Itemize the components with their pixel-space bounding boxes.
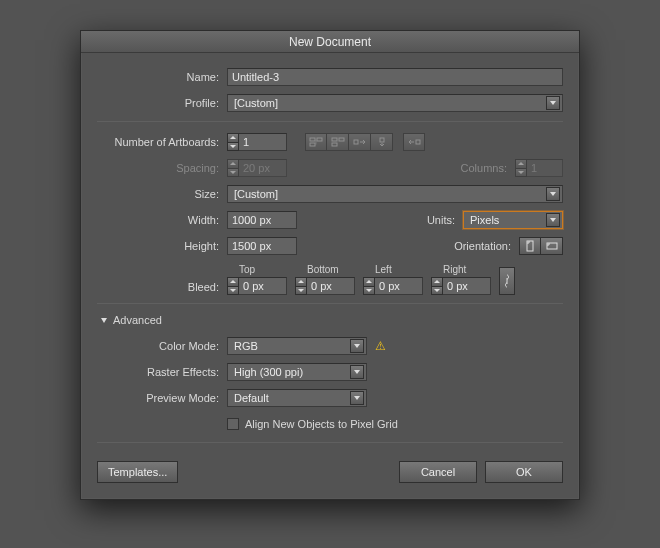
stepper-up-icon[interactable]: [227, 277, 239, 286]
stepper-up-icon[interactable]: [227, 133, 239, 142]
raster-select[interactable]: High (300 ppi): [227, 363, 367, 381]
columns-input: [527, 159, 563, 177]
profile-value: [Custom]: [234, 97, 278, 109]
color-mode-value: RGB: [234, 340, 258, 352]
size-label: Size:: [97, 188, 227, 200]
chevron-down-icon: [546, 213, 560, 227]
ok-button[interactable]: OK: [485, 461, 563, 483]
stepper-up-icon[interactable]: [295, 277, 307, 286]
new-document-dialog: New Document Name: Profile: [Custom] Num…: [80, 30, 580, 500]
chevron-down-icon: [546, 96, 560, 110]
svg-rect-3: [332, 138, 337, 141]
align-pixel-grid-checkbox[interactable]: Align New Objects to Pixel Grid: [227, 418, 398, 430]
stepper-down-icon[interactable]: [295, 286, 307, 296]
link-bleed-button[interactable]: [499, 267, 515, 295]
svg-rect-5: [339, 138, 344, 141]
arrange-down-icon[interactable]: [371, 133, 393, 151]
stepper-down-icon[interactable]: [431, 286, 443, 296]
stepper-up-icon: [515, 159, 527, 168]
dialog-title: New Document: [81, 31, 579, 53]
landscape-icon[interactable]: [541, 237, 563, 255]
cancel-button[interactable]: Cancel: [399, 461, 477, 483]
bleed-label: Bleed:: [97, 281, 227, 293]
artboards-label: Number of Artboards:: [97, 136, 227, 148]
bleed-top-stepper[interactable]: [227, 277, 287, 295]
bleed-bottom-input[interactable]: [307, 277, 355, 295]
artboards-input[interactable]: [239, 133, 287, 151]
stepper-down-icon[interactable]: [227, 142, 239, 152]
chevron-down-icon: [350, 391, 364, 405]
grid-by-column-icon[interactable]: [327, 133, 349, 151]
divider: [97, 303, 563, 304]
svg-rect-7: [380, 138, 384, 142]
arrange-right-icon[interactable]: [349, 133, 371, 151]
spacing-label: Spacing:: [97, 162, 227, 174]
bleed-bottom-label: Bottom: [295, 264, 355, 275]
stepper-up-icon[interactable]: [363, 277, 375, 286]
svg-rect-0: [310, 138, 315, 141]
stepper-down-icon[interactable]: [227, 286, 239, 296]
svg-rect-2: [310, 143, 315, 146]
chevron-down-icon: [350, 365, 364, 379]
color-mode-select[interactable]: RGB: [227, 337, 367, 355]
width-label: Width:: [97, 214, 227, 226]
size-select[interactable]: [Custom]: [227, 185, 563, 203]
chevron-down-icon: [101, 318, 107, 323]
artboard-layout-group-2: [403, 133, 425, 151]
stepper-down-icon: [515, 168, 527, 178]
name-input[interactable]: [227, 68, 563, 86]
preview-select[interactable]: Default: [227, 389, 367, 407]
artboard-layout-group: [305, 133, 393, 151]
bleed-bottom-stepper[interactable]: [295, 277, 355, 295]
grid-by-row-icon[interactable]: [305, 133, 327, 151]
bleed-top-label: Top: [227, 264, 287, 275]
color-mode-label: Color Mode:: [97, 340, 227, 352]
advanced-label: Advanced: [113, 314, 162, 326]
stepper-up-icon: [227, 159, 239, 168]
spacing-input: [239, 159, 287, 177]
artboards-stepper[interactable]: [227, 133, 287, 151]
checkbox-icon: [227, 418, 239, 430]
height-input[interactable]: [227, 237, 297, 255]
profile-select[interactable]: [Custom]: [227, 94, 563, 112]
columns-stepper: [515, 159, 563, 177]
bleed-right-stepper[interactable]: [431, 277, 491, 295]
arrange-left-icon[interactable]: [403, 133, 425, 151]
bleed-group: Top Bottom Left: [227, 264, 515, 295]
bleed-left-label: Left: [363, 264, 423, 275]
warning-icon: ⚠: [375, 339, 386, 353]
orientation-label: Orientation:: [454, 240, 519, 252]
width-input[interactable]: [227, 211, 297, 229]
svg-rect-6: [354, 140, 358, 144]
stepper-up-icon[interactable]: [431, 277, 443, 286]
align-label: Align New Objects to Pixel Grid: [245, 418, 398, 430]
spacing-stepper: [227, 159, 287, 177]
stepper-down-icon[interactable]: [363, 286, 375, 296]
bleed-right-label: Right: [431, 264, 491, 275]
profile-label: Profile:: [97, 97, 227, 109]
svg-rect-4: [332, 143, 337, 146]
bleed-left-stepper[interactable]: [363, 277, 423, 295]
bleed-right-input[interactable]: [443, 277, 491, 295]
size-value: [Custom]: [234, 188, 278, 200]
advanced-toggle[interactable]: Advanced: [101, 314, 563, 326]
portrait-icon[interactable]: [519, 237, 541, 255]
dialog-footer: Templates... Cancel OK: [97, 461, 563, 483]
templates-button[interactable]: Templates...: [97, 461, 178, 483]
stepper-down-icon: [227, 168, 239, 178]
orientation-group: [519, 237, 563, 255]
units-label: Units:: [427, 214, 463, 226]
divider: [97, 442, 563, 443]
bleed-top-input[interactable]: [239, 277, 287, 295]
columns-label: Columns:: [461, 162, 515, 174]
chevron-down-icon: [350, 339, 364, 353]
svg-rect-1: [317, 138, 322, 141]
chevron-down-icon: [546, 187, 560, 201]
name-label: Name:: [97, 71, 227, 83]
units-select[interactable]: Pixels: [463, 211, 563, 229]
preview-label: Preview Mode:: [97, 392, 227, 404]
bleed-left-input[interactable]: [375, 277, 423, 295]
divider: [97, 121, 563, 122]
preview-value: Default: [234, 392, 269, 404]
units-value: Pixels: [470, 214, 499, 226]
